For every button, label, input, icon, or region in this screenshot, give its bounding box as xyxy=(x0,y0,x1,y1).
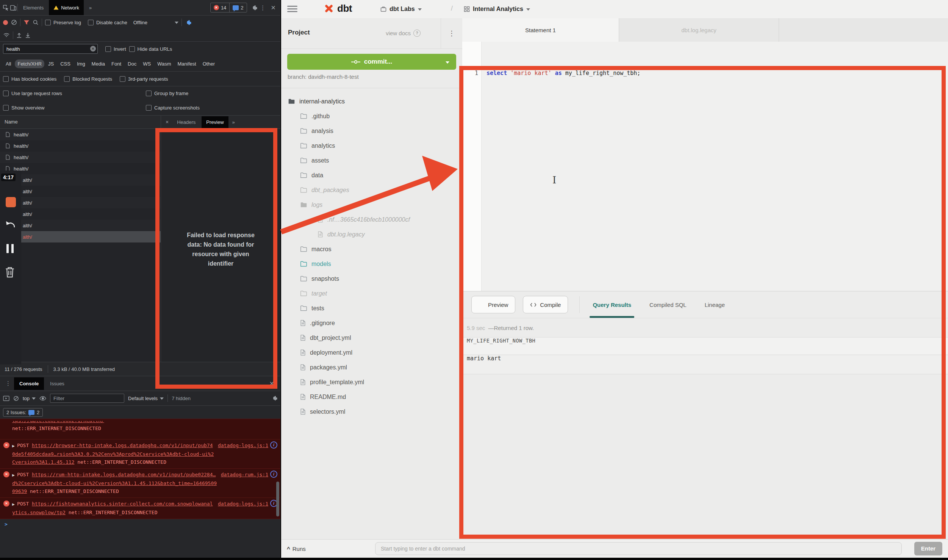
editor-tab-statement-1[interactable]: Statement 1 xyxy=(462,18,619,42)
type-filter-js[interactable]: JS xyxy=(45,59,56,68)
type-filter-css[interactable]: CSS xyxy=(58,59,73,68)
expand-triangle-icon[interactable]: ▶ xyxy=(12,473,15,477)
preserve-log-checkbox[interactable]: Preserve log xyxy=(45,20,81,25)
tree-item-snapshots[interactable]: snapshots xyxy=(281,271,462,286)
tree-item-dbt-packages[interactable]: dbt_packages xyxy=(281,183,462,197)
error-badge[interactable]: ✕14 xyxy=(211,3,229,12)
tab-console[interactable]: Console xyxy=(14,377,44,390)
close-devtools-icon[interactable]: ✕ xyxy=(269,4,278,11)
log-levels-selector[interactable]: Default levels xyxy=(128,396,164,401)
search-icon[interactable] xyxy=(33,19,39,25)
clear-network-log-icon[interactable] xyxy=(11,19,17,25)
view-docs-link[interactable]: view docs ? xyxy=(386,30,421,37)
expand-triangle-icon[interactable]: ▶ xyxy=(12,444,15,448)
delete-recording-button[interactable] xyxy=(4,266,16,278)
record-network-log-icon[interactable] xyxy=(3,20,8,25)
enter-button[interactable]: Enter xyxy=(914,542,942,555)
hide-data-urls-checkbox[interactable]: Hide data URLs xyxy=(129,46,172,52)
request-row[interactable]: alth/ xyxy=(0,174,161,186)
clear-console-icon[interactable] xyxy=(13,396,19,401)
expand-triangle-icon[interactable]: ▶ xyxy=(12,502,15,506)
tree-item-data[interactable]: data xyxy=(281,168,462,183)
filter-funnel-icon[interactable] xyxy=(23,20,30,25)
checkbox-group-by-frame[interactable]: Group by frame xyxy=(146,91,188,96)
checkbox-3rd-party-requests[interactable]: 3rd-party requests xyxy=(120,76,168,82)
info-icon[interactable]: i xyxy=(270,471,277,478)
tree-item-selectors-yml[interactable]: selectors.yml xyxy=(281,404,462,419)
type-filter-manifest[interactable]: Manifest xyxy=(175,59,199,68)
tree-item-analytics[interactable]: analytics xyxy=(281,138,462,153)
tree-item-target[interactable]: target xyxy=(281,286,462,301)
more-tabs-chevron[interactable]: » xyxy=(84,0,96,15)
tree-item--nf-3665c416bfecb1000000cf[interactable]: .nf…3665c416bfecb1000000cf xyxy=(281,212,462,227)
undo-icon[interactable] xyxy=(5,220,16,229)
request-row[interactable]: alth/ xyxy=(0,208,161,220)
type-filter-fetch-xhr[interactable]: Fetch/XHR xyxy=(15,59,44,68)
tree-item-models[interactable]: models xyxy=(281,257,462,271)
hamburger-menu-icon[interactable] xyxy=(287,6,297,14)
sql-editor[interactable]: 1 select 'mario kart' as my_life_right_n… xyxy=(462,42,948,291)
type-filter-wasm[interactable]: Wasm xyxy=(155,59,174,68)
request-row[interactable]: alth/ xyxy=(0,197,161,208)
settings-gear-icon[interactable] xyxy=(251,5,257,11)
runs-toggle[interactable]: ^ Runs xyxy=(287,540,306,558)
type-filter-ws[interactable]: WS xyxy=(140,59,153,68)
invert-checkbox[interactable]: Invert xyxy=(105,46,126,52)
source-file-link[interactable]: datadog-logs.js:1 xyxy=(218,441,268,449)
type-filter-font[interactable]: Font xyxy=(109,59,124,68)
tree-item-tests[interactable]: tests xyxy=(281,301,462,316)
checkbox-blocked-requests[interactable]: Blocked Requests xyxy=(64,76,112,82)
code-line[interactable]: select 'mario kart' as my_life_right_now… xyxy=(487,70,640,77)
tree-item-macros[interactable]: macros xyxy=(281,242,462,257)
type-filter-other[interactable]: Other xyxy=(200,59,218,68)
source-file-link[interactable]: datadog-logs.js:1 xyxy=(218,500,268,508)
network-conditions-icon[interactable] xyxy=(3,33,10,38)
tree-item-readme-md[interactable]: README.md xyxy=(281,389,462,404)
tab-issues[interactable]: Issues xyxy=(45,377,70,390)
console-filter-input[interactable] xyxy=(50,394,124,403)
stop-recording-button[interactable] xyxy=(6,197,16,207)
close-detail-icon[interactable]: × xyxy=(163,119,171,125)
type-filter-img[interactable]: Img xyxy=(74,59,88,68)
checkbox-use-large-request-rows[interactable]: Use large request rows xyxy=(3,91,62,96)
context-selector[interactable]: top xyxy=(23,396,36,401)
dbt-logo[interactable]: dbt xyxy=(324,3,352,14)
clear-filter-icon[interactable]: ✕ xyxy=(90,46,96,52)
results-tab-compiled-sql[interactable]: Compiled SQL xyxy=(646,291,690,318)
checkbox-capture-screenshots[interactable]: Capture screenshots xyxy=(146,105,200,111)
tree-item-logs[interactable]: logs xyxy=(281,197,462,212)
tree-item-internal-analytics[interactable]: internal-analytics xyxy=(281,94,462,109)
request-row[interactable]: alth/ xyxy=(0,186,161,197)
throttling-value[interactable]: Offline xyxy=(133,20,147,25)
help-icon[interactable]: ? xyxy=(413,30,421,37)
commit-options-chevron-icon[interactable] xyxy=(446,61,449,64)
kebab-menu-icon[interactable]: ⋮ xyxy=(258,4,268,11)
editor-tab-dbt-log-legacy[interactable]: dbt.log.legacy xyxy=(619,18,779,42)
name-column-header[interactable]: Name xyxy=(0,116,161,129)
detail-more-tabs-chevron[interactable]: » xyxy=(230,119,237,125)
detail-tab-headers[interactable]: Headers xyxy=(172,116,200,128)
inspect-element-icon[interactable] xyxy=(2,4,9,11)
console-prompt[interactable]: > xyxy=(0,519,280,529)
tree-item--gitignore[interactable]: .gitignore xyxy=(281,316,462,330)
throttling-chevron-icon[interactable] xyxy=(175,22,178,24)
results-tab-query-results[interactable]: Query Results xyxy=(590,291,634,318)
sidebar-kebab-icon[interactable]: ⋮ xyxy=(441,18,462,48)
commit-button[interactable]: commit... xyxy=(287,54,456,70)
network-filter-input[interactable]: ✕ xyxy=(3,44,98,54)
results-tab-lineage[interactable]: Lineage xyxy=(702,291,728,318)
type-filter-media[interactable]: Media xyxy=(89,59,108,68)
request-row[interactable]: alth/ xyxy=(0,231,161,242)
tree-item-packages-yml[interactable]: packages.yml xyxy=(281,360,462,375)
export-har-icon[interactable] xyxy=(16,32,22,38)
disable-cache-checkbox[interactable]: Disable cache xyxy=(88,20,127,25)
tab-elements[interactable]: Elements xyxy=(19,0,48,15)
tree-item-dbt-project-yml[interactable]: dbt_project.yml xyxy=(281,330,462,345)
results-row[interactable]: mario kart xyxy=(462,355,948,374)
close-console-icon[interactable]: ✕ xyxy=(266,380,277,387)
issues-chip[interactable]: 2 Issues: 2 xyxy=(3,408,43,417)
info-icon[interactable]: i xyxy=(270,441,277,449)
compile-button[interactable]: Compile xyxy=(523,296,568,313)
preview-button[interactable]: Preview xyxy=(471,296,515,313)
type-filter-doc[interactable]: Doc xyxy=(125,59,139,68)
